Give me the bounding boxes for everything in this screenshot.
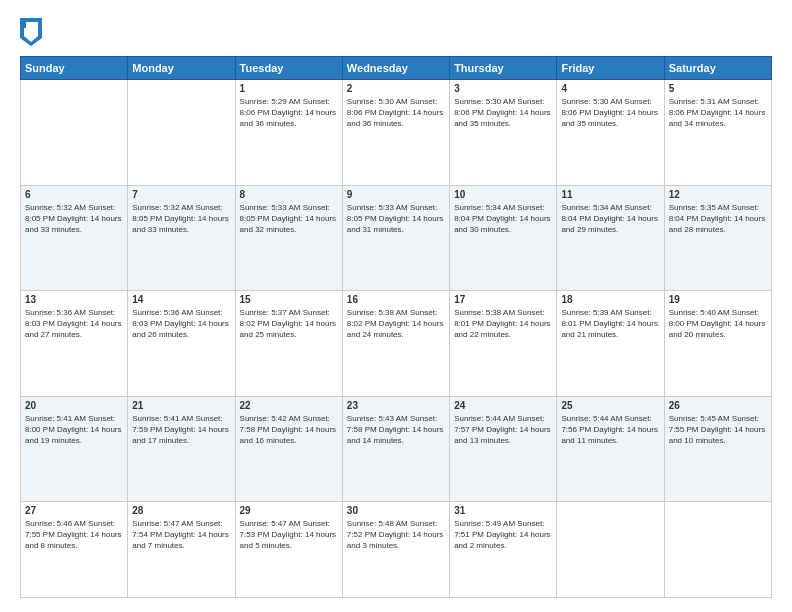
day-number: 31 <box>454 505 552 516</box>
calendar-cell <box>128 80 235 186</box>
day-number: 21 <box>132 400 230 411</box>
day-detail: Sunrise: 5:38 AM Sunset: 8:01 PM Dayligh… <box>454 307 552 341</box>
day-detail: Sunrise: 5:37 AM Sunset: 8:02 PM Dayligh… <box>240 307 338 341</box>
calendar-cell <box>21 80 128 186</box>
day-detail: Sunrise: 5:38 AM Sunset: 8:02 PM Dayligh… <box>347 307 445 341</box>
calendar-cell: 1Sunrise: 5:29 AM Sunset: 8:06 PM Daylig… <box>235 80 342 186</box>
calendar-cell: 5Sunrise: 5:31 AM Sunset: 8:06 PM Daylig… <box>664 80 771 186</box>
calendar-cell: 13Sunrise: 5:36 AM Sunset: 8:03 PM Dayli… <box>21 291 128 397</box>
week-row-5: 27Sunrise: 5:46 AM Sunset: 7:55 PM Dayli… <box>21 502 772 598</box>
calendar-cell: 18Sunrise: 5:39 AM Sunset: 8:01 PM Dayli… <box>557 291 664 397</box>
calendar-cell: 17Sunrise: 5:38 AM Sunset: 8:01 PM Dayli… <box>450 291 557 397</box>
calendar-cell: 20Sunrise: 5:41 AM Sunset: 8:00 PM Dayli… <box>21 396 128 502</box>
day-number: 10 <box>454 189 552 200</box>
calendar-cell: 23Sunrise: 5:43 AM Sunset: 7:58 PM Dayli… <box>342 396 449 502</box>
week-row-4: 20Sunrise: 5:41 AM Sunset: 8:00 PM Dayli… <box>21 396 772 502</box>
day-number: 3 <box>454 83 552 94</box>
day-detail: Sunrise: 5:29 AM Sunset: 8:06 PM Dayligh… <box>240 96 338 130</box>
calendar-cell: 25Sunrise: 5:44 AM Sunset: 7:56 PM Dayli… <box>557 396 664 502</box>
calendar-cell: 24Sunrise: 5:44 AM Sunset: 7:57 PM Dayli… <box>450 396 557 502</box>
day-detail: Sunrise: 5:47 AM Sunset: 7:54 PM Dayligh… <box>132 518 230 552</box>
day-detail: Sunrise: 5:49 AM Sunset: 7:51 PM Dayligh… <box>454 518 552 552</box>
weekday-header-row: SundayMondayTuesdayWednesdayThursdayFrid… <box>21 57 772 80</box>
week-row-2: 6Sunrise: 5:32 AM Sunset: 8:05 PM Daylig… <box>21 185 772 291</box>
day-number: 14 <box>132 294 230 305</box>
day-number: 12 <box>669 189 767 200</box>
calendar-cell: 28Sunrise: 5:47 AM Sunset: 7:54 PM Dayli… <box>128 502 235 598</box>
calendar-cell: 29Sunrise: 5:47 AM Sunset: 7:53 PM Dayli… <box>235 502 342 598</box>
week-row-3: 13Sunrise: 5:36 AM Sunset: 8:03 PM Dayli… <box>21 291 772 397</box>
day-detail: Sunrise: 5:31 AM Sunset: 8:06 PM Dayligh… <box>669 96 767 130</box>
calendar-cell: 3Sunrise: 5:30 AM Sunset: 8:06 PM Daylig… <box>450 80 557 186</box>
day-detail: Sunrise: 5:34 AM Sunset: 8:04 PM Dayligh… <box>561 202 659 236</box>
day-number: 17 <box>454 294 552 305</box>
calendar-cell: 14Sunrise: 5:36 AM Sunset: 8:03 PM Dayli… <box>128 291 235 397</box>
weekday-header-wednesday: Wednesday <box>342 57 449 80</box>
day-number: 2 <box>347 83 445 94</box>
calendar-cell: 22Sunrise: 5:42 AM Sunset: 7:58 PM Dayli… <box>235 396 342 502</box>
calendar-cell <box>664 502 771 598</box>
weekday-header-thursday: Thursday <box>450 57 557 80</box>
day-detail: Sunrise: 5:43 AM Sunset: 7:58 PM Dayligh… <box>347 413 445 447</box>
calendar-cell: 15Sunrise: 5:37 AM Sunset: 8:02 PM Dayli… <box>235 291 342 397</box>
day-detail: Sunrise: 5:48 AM Sunset: 7:52 PM Dayligh… <box>347 518 445 552</box>
day-detail: Sunrise: 5:32 AM Sunset: 8:05 PM Dayligh… <box>132 202 230 236</box>
day-detail: Sunrise: 5:35 AM Sunset: 8:04 PM Dayligh… <box>669 202 767 236</box>
day-detail: Sunrise: 5:46 AM Sunset: 7:55 PM Dayligh… <box>25 518 123 552</box>
day-number: 28 <box>132 505 230 516</box>
day-detail: Sunrise: 5:36 AM Sunset: 8:03 PM Dayligh… <box>25 307 123 341</box>
day-detail: Sunrise: 5:47 AM Sunset: 7:53 PM Dayligh… <box>240 518 338 552</box>
day-detail: Sunrise: 5:39 AM Sunset: 8:01 PM Dayligh… <box>561 307 659 341</box>
calendar-table: SundayMondayTuesdayWednesdayThursdayFrid… <box>20 56 772 598</box>
day-number: 8 <box>240 189 338 200</box>
day-number: 9 <box>347 189 445 200</box>
calendar-cell: 10Sunrise: 5:34 AM Sunset: 8:04 PM Dayli… <box>450 185 557 291</box>
day-number: 18 <box>561 294 659 305</box>
calendar-cell: 16Sunrise: 5:38 AM Sunset: 8:02 PM Dayli… <box>342 291 449 397</box>
week-row-1: 1Sunrise: 5:29 AM Sunset: 8:06 PM Daylig… <box>21 80 772 186</box>
calendar-cell: 27Sunrise: 5:46 AM Sunset: 7:55 PM Dayli… <box>21 502 128 598</box>
calendar-cell: 21Sunrise: 5:41 AM Sunset: 7:59 PM Dayli… <box>128 396 235 502</box>
day-detail: Sunrise: 5:30 AM Sunset: 8:06 PM Dayligh… <box>454 96 552 130</box>
weekday-header-monday: Monday <box>128 57 235 80</box>
weekday-header-friday: Friday <box>557 57 664 80</box>
calendar-cell: 11Sunrise: 5:34 AM Sunset: 8:04 PM Dayli… <box>557 185 664 291</box>
day-number: 26 <box>669 400 767 411</box>
calendar-cell: 9Sunrise: 5:33 AM Sunset: 8:05 PM Daylig… <box>342 185 449 291</box>
logo <box>20 18 46 46</box>
day-number: 13 <box>25 294 123 305</box>
calendar-cell: 2Sunrise: 5:30 AM Sunset: 8:06 PM Daylig… <box>342 80 449 186</box>
header <box>20 18 772 46</box>
day-detail: Sunrise: 5:40 AM Sunset: 8:00 PM Dayligh… <box>669 307 767 341</box>
weekday-header-saturday: Saturday <box>664 57 771 80</box>
day-detail: Sunrise: 5:30 AM Sunset: 8:06 PM Dayligh… <box>561 96 659 130</box>
day-detail: Sunrise: 5:44 AM Sunset: 7:57 PM Dayligh… <box>454 413 552 447</box>
day-number: 19 <box>669 294 767 305</box>
weekday-header-sunday: Sunday <box>21 57 128 80</box>
day-number: 11 <box>561 189 659 200</box>
calendar-cell: 6Sunrise: 5:32 AM Sunset: 8:05 PM Daylig… <box>21 185 128 291</box>
day-detail: Sunrise: 5:30 AM Sunset: 8:06 PM Dayligh… <box>347 96 445 130</box>
calendar-cell: 30Sunrise: 5:48 AM Sunset: 7:52 PM Dayli… <box>342 502 449 598</box>
day-number: 1 <box>240 83 338 94</box>
day-detail: Sunrise: 5:41 AM Sunset: 7:59 PM Dayligh… <box>132 413 230 447</box>
day-detail: Sunrise: 5:32 AM Sunset: 8:05 PM Dayligh… <box>25 202 123 236</box>
day-detail: Sunrise: 5:44 AM Sunset: 7:56 PM Dayligh… <box>561 413 659 447</box>
calendar-cell: 8Sunrise: 5:33 AM Sunset: 8:05 PM Daylig… <box>235 185 342 291</box>
day-detail: Sunrise: 5:41 AM Sunset: 8:00 PM Dayligh… <box>25 413 123 447</box>
day-detail: Sunrise: 5:36 AM Sunset: 8:03 PM Dayligh… <box>132 307 230 341</box>
day-number: 4 <box>561 83 659 94</box>
calendar-cell: 4Sunrise: 5:30 AM Sunset: 8:06 PM Daylig… <box>557 80 664 186</box>
calendar-cell <box>557 502 664 598</box>
logo-icon <box>20 18 42 46</box>
calendar-cell: 31Sunrise: 5:49 AM Sunset: 7:51 PM Dayli… <box>450 502 557 598</box>
day-number: 5 <box>669 83 767 94</box>
day-detail: Sunrise: 5:45 AM Sunset: 7:55 PM Dayligh… <box>669 413 767 447</box>
day-detail: Sunrise: 5:42 AM Sunset: 7:58 PM Dayligh… <box>240 413 338 447</box>
day-number: 20 <box>25 400 123 411</box>
weekday-header-tuesday: Tuesday <box>235 57 342 80</box>
day-detail: Sunrise: 5:33 AM Sunset: 8:05 PM Dayligh… <box>347 202 445 236</box>
calendar-cell: 12Sunrise: 5:35 AM Sunset: 8:04 PM Dayli… <box>664 185 771 291</box>
day-number: 15 <box>240 294 338 305</box>
day-number: 27 <box>25 505 123 516</box>
